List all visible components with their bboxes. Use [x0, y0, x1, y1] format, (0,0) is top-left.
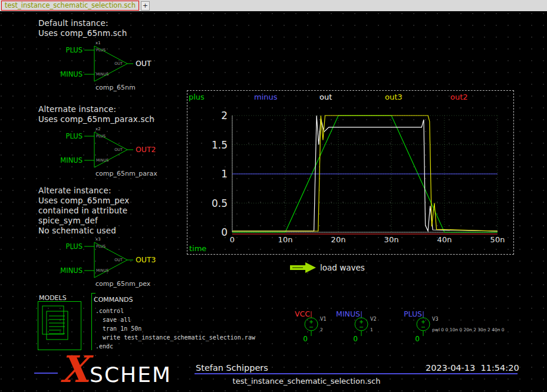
x-tick-label: 0 [230, 235, 235, 244]
refdes: V1 [320, 317, 327, 322]
net-label-minus[interactable]: MINUS [60, 156, 83, 164]
command-line: .endc [95, 343, 113, 350]
refdes: V2 [370, 317, 377, 322]
x-axis-title: time [189, 244, 206, 253]
timestamp: 2023-04-13 11:54:20 [426, 363, 519, 373]
x-tick-label: 20n [331, 235, 346, 244]
gnd-label[interactable]: 0 [353, 335, 358, 343]
pin-name-out: OUT [114, 61, 123, 66]
trace-out [232, 116, 497, 231]
net-label-out2[interactable]: OUT2 [136, 145, 156, 154]
net-label-plus[interactable]: PLUS [66, 46, 83, 54]
commands-bracket [91, 293, 92, 350]
source-value: pwl 0 0 10n 0 20n 2 30n 2 40n 0 [432, 327, 505, 332]
x-tick-label: 40n [437, 235, 452, 244]
net-label-plus[interactable]: PLUS [66, 132, 83, 140]
y-tick-label: 1 [221, 168, 228, 180]
net-label-minus[interactable]: MINUS [60, 266, 83, 275]
pin-name-out: OUT [114, 258, 123, 262]
net-label-out[interactable]: OUT [136, 59, 151, 68]
author-name: Stefan Schippers [196, 363, 268, 373]
titleblock-line [34, 373, 58, 374]
comparator-instance-x1[interactable]: PLUS MINUS x1 PLUS MINUS OUT OUT comp_65… [28, 39, 176, 95]
commands-bracket [91, 293, 95, 294]
models-symbol[interactable] [38, 301, 81, 351]
y-tick-label: 1.5 [212, 139, 228, 151]
voltage-source-plus[interactable]: PLUS V3 pwl 0 0 10n 0 20n 2 30n 2 40n 0 … [389, 308, 530, 344]
net-label-vcc[interactable]: VCC [295, 309, 310, 318]
pin-name-minus: MINUS [96, 72, 108, 77]
instance3-heading: Alterate instance: Uses comp_65nm_pex co… [38, 186, 130, 236]
net-label-plus[interactable]: PLUS [66, 242, 83, 251]
refdes: x3 [95, 237, 101, 242]
legend-out3: out3 [385, 93, 403, 101]
y-tick-label: 2 [221, 110, 228, 121]
pin-name-plus: PLUS [96, 48, 106, 52]
refdes: V3 [432, 317, 439, 322]
net-label-minus[interactable]: MINUS [60, 70, 83, 78]
vsource-circle [417, 318, 430, 331]
legend-out: out [319, 93, 332, 101]
refdes: x2 [95, 127, 101, 131]
comparator-instance-x3[interactable]: PLUS MINUS x3 PLUS MINUS OUT OUT3 comp_6… [28, 235, 176, 291]
xschem-logo: X SCHEM [60, 353, 172, 387]
xschem-window: test_instance_schematic_selection.sch + … [0, 0, 547, 392]
gnd-label[interactable]: 0 [303, 335, 308, 343]
commands-label: COMMANDS [94, 296, 133, 304]
command-line: write test_instance_schematic_selection.… [95, 334, 255, 341]
vsource-circle [305, 318, 318, 331]
cell-name: comp_65nm_parax [95, 170, 157, 177]
legend-out2: out2 [450, 93, 468, 101]
document-icon [47, 311, 68, 340]
instance2-heading: Alternate instance: Uses comp_65nm_parax… [38, 104, 154, 124]
x-tick-label: 50n [490, 235, 505, 244]
load-waves-arrow-icon[interactable] [290, 262, 317, 274]
tab-active-label: test_instance_schematic_selection.sch [5, 1, 136, 9]
load-waves-label[interactable]: load waves [320, 263, 365, 272]
legend-plus: plus [189, 93, 205, 101]
heading-line: contained in attribute [38, 206, 130, 216]
command-line: save all [95, 317, 131, 323]
refdes: x1 [95, 41, 101, 45]
legend-minus: minus [254, 93, 278, 101]
graph-plot-area: 010n20n30n40n50n00.511.52 [187, 91, 513, 254]
command-line: tran 1n 50n [95, 325, 141, 332]
gnd-label[interactable]: 0 [415, 335, 420, 343]
instance1-heading: Default instance: Uses comp_65nm.sch [38, 18, 127, 38]
heading-line: spice_sym_def [38, 216, 130, 226]
schematic-filename: test_instance_schematic_selection.sch [177, 377, 436, 386]
heading-line: Alternate instance: [38, 104, 154, 114]
heading-line: Default instance: [38, 18, 127, 28]
tab-bar: test_instance_schematic_selection.sch + [0, 0, 547, 11]
new-tab-button[interactable]: + [141, 1, 150, 11]
comparator-instance-x2[interactable]: PLUS MINUS x2 PLUS MINUS OUT OUT2 comp_6… [28, 125, 176, 181]
x-tick-label: 30n [384, 235, 399, 244]
trace-out3 [232, 116, 497, 231]
titleblock-line [195, 373, 518, 374]
vsource-circle [355, 318, 368, 331]
net-label-out3[interactable]: OUT3 [136, 255, 156, 264]
heading-line: Alterate instance: [38, 186, 130, 196]
command-line: .control [95, 308, 124, 314]
heading-line: Uses comp_65nm_pex [38, 196, 130, 206]
logo-text: SCHEM [90, 363, 172, 387]
cell-name: comp_65nm [95, 84, 136, 91]
net-label-plus[interactable]: PLUS [404, 309, 422, 318]
cell-name: comp_65nm_pex [95, 280, 151, 288]
pin-name-plus: PLUS [96, 244, 106, 249]
pin-name-out: OUT [114, 147, 123, 152]
source-value: 2 [320, 327, 323, 332]
logo-x: X [60, 353, 88, 387]
y-tick-label: 0.5 [212, 197, 228, 209]
heading-line: Uses comp_65nm_parax.sch [38, 114, 154, 124]
heading-line: No schematic used [38, 226, 130, 236]
net-label-minus[interactable]: MINUS [336, 309, 360, 318]
heading-line: Uses comp_65nm.sch [38, 28, 127, 38]
pin-name-minus: MINUS [96, 158, 108, 163]
source-value: 1 [370, 327, 373, 332]
tab-active[interactable]: test_instance_schematic_selection.sch [1, 1, 139, 11]
models-box [38, 302, 81, 350]
pin-name-minus: MINUS [96, 268, 108, 273]
waveform-graph[interactable]: plusminusoutout3out2 010n20n30n40n50n00.… [187, 90, 514, 255]
pin-name-plus: PLUS [96, 134, 106, 139]
